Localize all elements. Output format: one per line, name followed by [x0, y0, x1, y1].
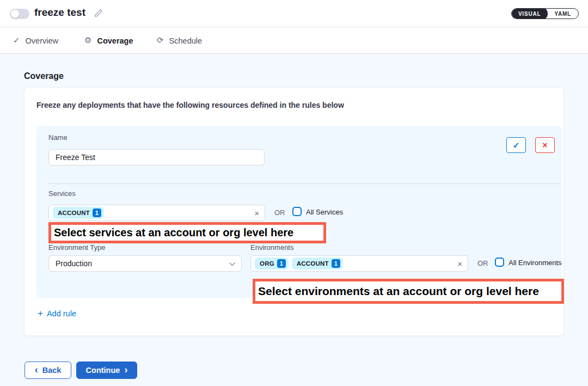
services-label: Services [48, 189, 76, 198]
annotation-box-services: Select services at an account or org lev… [48, 222, 326, 243]
clear-services-icon[interactable]: × [254, 209, 259, 217]
schedule-clock-icon: ⟳ [157, 36, 164, 45]
all-environments-checkbox[interactable] [495, 258, 504, 267]
tab-overview-label: Overview [26, 36, 58, 45]
confirm-rule-button[interactable]: ✓ [506, 137, 526, 153]
annotation-box-environments: Select environments at an account or org… [253, 279, 564, 304]
environments-or-label: OR [477, 259, 488, 267]
environments-label: Environments [250, 243, 293, 252]
delete-rule-button[interactable]: × [535, 137, 555, 153]
check-icon: ✓ [513, 140, 520, 150]
chevron-left-icon: ‹ [35, 365, 38, 375]
rule-panel: Name ✓ × Services ACCOUNT 1 × [36, 126, 562, 298]
tab-coverage-label: Coverage [97, 36, 133, 45]
coverage-card: Freeze any deployments that have the fol… [24, 87, 564, 336]
panel-divider [48, 183, 561, 184]
environment-tag-org[interactable]: ORG 1 [255, 258, 289, 269]
tag-text: ACCOUNT [297, 260, 329, 267]
visual-mode-button[interactable]: VISUAL [511, 8, 548, 19]
add-rule-button[interactable]: + Add rule [38, 309, 76, 318]
service-tag-account[interactable]: ACCOUNT 1 [53, 207, 104, 219]
yaml-mode-button[interactable]: YAML [547, 8, 578, 19]
tab-coverage[interactable]: ⚙ Coverage [84, 27, 133, 54]
continue-button[interactable]: Continue › [76, 362, 137, 379]
continue-button-label: Continue [86, 366, 120, 375]
gear-icon: ⚙ [84, 36, 91, 45]
chevron-down-icon [229, 262, 235, 266]
tag-text: ACCOUNT [58, 210, 90, 216]
close-icon: × [542, 140, 547, 150]
environments-multiselect[interactable]: ORG 1 ACCOUNT 1 × [250, 255, 468, 272]
edit-pencil-icon[interactable] [94, 8, 103, 18]
toggle-knob [11, 10, 19, 18]
tag-text: ORG [260, 260, 274, 267]
tag-count-badge: 1 [277, 259, 286, 268]
section-heading: Coverage [24, 71, 64, 81]
back-button-label: Back [42, 366, 62, 375]
view-mode-switch[interactable]: VISUAL YAML [511, 8, 579, 19]
tag-count-badge: 1 [332, 259, 340, 268]
tag-count-badge: 1 [93, 209, 101, 217]
plus-icon: + [38, 309, 43, 318]
services-multiselect[interactable]: ACCOUNT 1 × [48, 205, 265, 221]
name-label: Name [48, 133, 68, 142]
tab-schedule[interactable]: ⟳ Schedule [157, 27, 202, 54]
all-services-label: All Services [306, 208, 343, 216]
page-title: freeze test [34, 7, 85, 19]
freeze-studio-screen: freeze test VISUAL YAML ✓ Overview ⚙ Cov… [0, 0, 588, 386]
freeze-enabled-toggle[interactable] [10, 9, 29, 19]
tab-overview[interactable]: ✓ Overview [13, 27, 58, 54]
environment-type-value: Production [56, 259, 92, 268]
environment-type-select[interactable]: Production [48, 255, 242, 272]
chevron-right-icon: › [124, 365, 127, 375]
check-icon: ✓ [13, 36, 20, 45]
card-intro-text: Freeze any deployments that have the fol… [36, 101, 344, 109]
environment-tag-account[interactable]: ACCOUNT 1 [292, 258, 343, 269]
app-header: freeze test VISUAL YAML [0, 0, 588, 27]
tab-schedule-label: Schedule [169, 36, 202, 45]
all-environments-label: All Environments [509, 259, 562, 267]
add-rule-label: Add rule [47, 309, 76, 318]
tab-bar: ✓ Overview ⚙ Coverage ⟳ Schedule [0, 27, 588, 54]
all-services-checkbox[interactable] [292, 207, 302, 216]
services-or-label: OR [274, 209, 285, 217]
environment-type-label: Environment Type [48, 243, 106, 252]
back-button[interactable]: ‹ Back [24, 362, 71, 379]
name-input[interactable] [48, 149, 265, 166]
clear-environments-icon[interactable]: × [457, 260, 462, 268]
coverage-content: Coverage Freeze any deployments that hav… [0, 54, 588, 386]
